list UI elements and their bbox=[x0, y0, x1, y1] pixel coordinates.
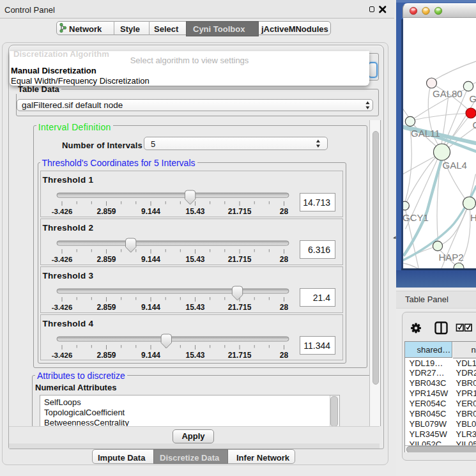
svg-text:15.43: 15.43 bbox=[185, 350, 204, 359]
svg-text:28: 28 bbox=[280, 350, 289, 359]
svg-text:2.859: 2.859 bbox=[96, 350, 116, 359]
svg-text:HAP2: HAP2 bbox=[438, 251, 463, 262]
svg-text:2.859: 2.859 bbox=[96, 254, 116, 263]
svg-text:-3.426: -3.426 bbox=[52, 255, 73, 263]
svg-text:9.144: 9.144 bbox=[141, 207, 160, 216]
svg-text:GA: GA bbox=[469, 93, 476, 104]
svg-text:GAL80: GAL80 bbox=[433, 88, 463, 99]
svg-text:2.859: 2.859 bbox=[96, 207, 116, 216]
svg-text:H: H bbox=[470, 212, 476, 223]
svg-text:9.144: 9.144 bbox=[141, 302, 160, 311]
svg-text:C: C bbox=[472, 119, 476, 130]
svg-text:21.715: 21.715 bbox=[228, 302, 252, 311]
svg-text:21.715: 21.715 bbox=[228, 254, 252, 263]
svg-text:28: 28 bbox=[280, 207, 289, 216]
svg-text:-3.426: -3.426 bbox=[52, 208, 73, 215]
svg-text:-3.426: -3.426 bbox=[52, 303, 73, 311]
svg-text:21.715: 21.715 bbox=[228, 207, 252, 216]
svg-text:9.144: 9.144 bbox=[141, 254, 160, 263]
svg-text:15.43: 15.43 bbox=[185, 302, 204, 311]
svg-text:GAL11: GAL11 bbox=[411, 127, 440, 138]
svg-text:-3.426: -3.426 bbox=[52, 351, 73, 358]
svg-text:GCY1: GCY1 bbox=[403, 211, 429, 222]
svg-text:21.715: 21.715 bbox=[228, 350, 252, 359]
svg-text:28: 28 bbox=[280, 302, 289, 311]
svg-text:2.859: 2.859 bbox=[96, 302, 116, 311]
svg-text:28: 28 bbox=[280, 254, 289, 263]
svg-text:GAL4: GAL4 bbox=[442, 160, 466, 171]
svg-text:15.43: 15.43 bbox=[185, 254, 204, 263]
svg-text:15.43: 15.43 bbox=[185, 207, 204, 216]
svg-text:9.144: 9.144 bbox=[141, 350, 160, 359]
